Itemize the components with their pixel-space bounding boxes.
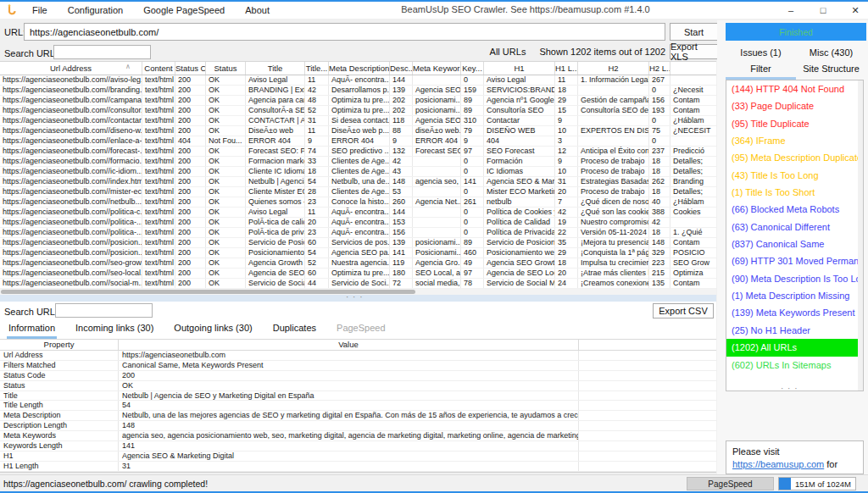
start-button[interactable]: Start (670, 23, 718, 41)
column-header[interactable]: Title (246, 62, 305, 75)
column-header[interactable]: Desc... (390, 62, 413, 75)
minimize-icon[interactable]: – (785, 5, 797, 15)
table-row[interactable]: https://agenciaseonetbulb.com//posicion.… (0, 248, 716, 258)
property-row[interactable]: Meta Description Netbulb, una de las mej… (0, 411, 716, 421)
tab-filter[interactable]: Filter (726, 61, 796, 80)
column-header[interactable]: H1 (484, 62, 555, 75)
property-row[interactable]: Description Length 148 (0, 421, 716, 431)
maximize-icon[interactable]: □ (817, 5, 829, 15)
property-row[interactable]: Filters Matched Canonical Same, Meta Key… (0, 361, 716, 371)
property-row[interactable]: Status Code 200 (0, 371, 716, 381)
table-row[interactable]: https://agenciaseonetbulb.com//netbulb..… (0, 197, 716, 208)
column-header[interactable]: Meta Keywor... (413, 62, 461, 75)
column-header[interactable]: Content (142, 62, 175, 75)
menu-google-pagespeed[interactable]: Google PageSpeed (133, 2, 235, 19)
filter-item[interactable]: (139) Meta Keywords Present (726, 304, 863, 321)
cell-content-type: text/html (142, 106, 175, 115)
column-header[interactable]: Url Address (0, 62, 142, 75)
property-row[interactable]: Url Address https://agenciaseonetbulb.co… (0, 351, 716, 361)
filter-item[interactable]: (1) Meta Description Missing (726, 287, 863, 304)
url-input[interactable] (24, 23, 665, 41)
table-row[interactable]: https://agenciaseonetbulb.com//index.htm… (0, 177, 716, 187)
filter-item[interactable]: (43) Title Is Too Long (726, 167, 863, 184)
horizontal-splitter[interactable]: · · · (0, 295, 716, 302)
table-row[interactable]: https://agenciaseonetbulb.com//seo-grow.… (0, 258, 716, 269)
table-row[interactable]: https://agenciaseonetbulb.com//campana..… (0, 96, 716, 106)
filter-item[interactable]: (69) HTTP 301 Moved Permane... (726, 252, 863, 269)
tab-issues[interactable]: Issues (1) (726, 45, 796, 61)
table-row[interactable]: https://agenciaseonetbulb.com//enlace-a-… (0, 136, 716, 147)
column-header[interactable]: Meta Description (329, 62, 390, 75)
property-row[interactable]: Title Length 54 (0, 401, 716, 411)
table-row[interactable]: https://agenciaseonetbulb.com//formacio.… (0, 157, 716, 167)
filter-item[interactable]: (63) Canonical Different (726, 219, 863, 235)
filter-item[interactable]: (33) Page Duplicate (726, 97, 863, 114)
detail-tab[interactable]: Information (7, 321, 57, 339)
menu-about[interactable]: About (235, 2, 280, 19)
menu-configuration[interactable]: Configuration (58, 2, 133, 19)
property-row[interactable]: H1 Length 31 (0, 462, 716, 472)
table-row[interactable]: https://agenciaseonetbulb.com//forecast-… (0, 147, 716, 157)
export-csv-button[interactable]: Export CSV (653, 303, 714, 319)
table-row[interactable]: https://agenciaseonetbulb.com//politica-… (0, 208, 716, 218)
column-header[interactable]: H2 (578, 62, 649, 75)
memory-gauge[interactable]: 151M of 1024M (778, 477, 856, 490)
filter-item[interactable]: (1202) All URLs (726, 339, 863, 356)
filter-item[interactable]: (364) IFrame (726, 132, 863, 149)
sidebar-splitter-dots-icon[interactable]: · · · (781, 386, 798, 391)
filter-list-scrollbar[interactable] (858, 80, 863, 391)
cell-h1: netbulb (484, 197, 555, 207)
filter-item[interactable]: (95) Meta Description Duplicate (726, 149, 863, 166)
filter-item[interactable]: (602) URLs In Sitemaps (726, 357, 863, 374)
table-row[interactable]: https://agenciaseonetbulb.com//politica-… (0, 228, 716, 238)
filter-item[interactable]: (837) Canonical Same (726, 235, 863, 252)
column-header[interactable]: H1 L... (555, 62, 578, 75)
filter-item[interactable]: (1) Title Is Too Short (726, 184, 863, 201)
detail-tab[interactable]: Incoming links (30) (74, 321, 155, 339)
menu-file[interactable]: File (22, 2, 58, 19)
tab-misc[interactable]: Misc (430) (796, 45, 866, 61)
sort-ascending-icon[interactable]: ∧ (125, 63, 131, 70)
table-row[interactable]: https://agenciaseonetbulb.com//aviso-leg… (0, 75, 716, 86)
table-row[interactable]: https://agenciaseonetbulb.com//mister-ec… (0, 187, 716, 197)
filter-item[interactable]: (25) No H1 Header (726, 322, 863, 339)
crawl-table-header[interactable]: Url AddressContentStatus C...StatusTitle… (0, 62, 716, 75)
table-row[interactable]: https://agenciaseonetbulb.com//social-m.… (0, 279, 716, 289)
close-icon[interactable]: ✕ (849, 5, 861, 16)
export-xls-button[interactable]: Export XLS (670, 44, 718, 59)
table-row[interactable]: https://agenciaseonetbulb.com//consultor… (0, 106, 716, 116)
detail-tab[interactable]: Duplicates (271, 321, 318, 339)
filter-item[interactable]: (95) Title Duplicate (726, 115, 863, 132)
filter-item[interactable]: (144) HTTP 404 Not Found (726, 80, 863, 97)
table-row[interactable]: https://agenciaseonetbulb.com//diseno-w.… (0, 126, 716, 136)
search-url-input[interactable] (53, 45, 151, 59)
column-header[interactable]: Title... (305, 62, 329, 75)
beamusup-link[interactable]: https://beamusup.com (732, 459, 824, 469)
detail-tab[interactable]: Outgoing links (30) (172, 321, 253, 339)
property-row[interactable]: Title Netbulb | Agencia de SEO y Marketi… (0, 391, 716, 402)
column-header[interactable]: Key... (461, 62, 484, 75)
cell-keywords-length: 310 (461, 116, 484, 125)
tab-site-structure[interactable]: Site Structure (796, 61, 866, 80)
property-row[interactable]: Meta Keywords agencia seo, agencia posic… (0, 431, 716, 441)
detail-tab[interactable]: PageSpeed (335, 321, 387, 339)
property-row[interactable]: H1 Agencia SEO & Marketing Digital (0, 451, 716, 462)
filter-item[interactable]: (66) Blocked Meta Robots (726, 201, 863, 218)
column-header[interactable] (670, 62, 716, 75)
column-header[interactable]: Status (206, 62, 246, 75)
column-header[interactable]: Status C... (175, 62, 206, 75)
table-row[interactable]: https://agenciaseonetbulb.com//posicion.… (0, 238, 716, 248)
table-row[interactable]: https://agenciaseonetbulb.com//branding.… (0, 86, 716, 96)
detail-search-input[interactable] (55, 303, 153, 318)
finished-button[interactable]: Finished (726, 23, 866, 41)
table-row[interactable]: https://agenciaseonetbulb.com//politica-… (0, 218, 716, 228)
column-header[interactable]: H2 L... (649, 62, 670, 75)
splitter-dots-icon[interactable]: · · · (346, 295, 364, 300)
table-row[interactable]: https://agenciaseonetbulb.com//contactar… (0, 116, 716, 126)
pagespeed-button[interactable]: PageSpeed (687, 477, 774, 490)
filter-item[interactable]: (90) Meta Description Is Too Lo... (726, 270, 863, 287)
table-row[interactable]: https://agenciaseonetbulb.com//seo-local… (0, 269, 716, 279)
property-row[interactable]: Keywords Length 141 (0, 441, 716, 451)
table-row[interactable]: https://agenciaseonetbulb.com//ic-idiom.… (0, 167, 716, 177)
property-row[interactable]: Status OK (0, 381, 716, 391)
